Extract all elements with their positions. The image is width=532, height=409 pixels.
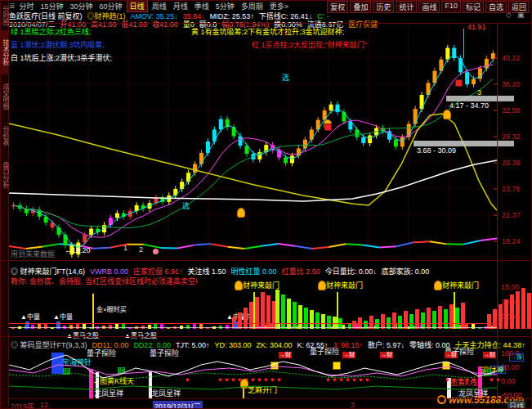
hist-spike <box>255 297 259 329</box>
panel2-header-segment: YD: 303.00 <box>214 341 251 349</box>
period-tab-15分钟[interactable]: 15分钟 <box>38 1 66 11</box>
sidebar-tab-技术分析[interactable]: 技术分析 <box>1 30 9 74</box>
hist-spike <box>238 312 242 329</box>
alert-red-line <box>9 323 497 324</box>
panel2-header-segment: ZK: 304.00 <box>256 341 292 349</box>
hist-spike <box>287 299 291 329</box>
right-price-axis: 40.2236.2032.5829.3226.3923.7521.3719.24 <box>497 24 532 400</box>
price-axis-label: 23.75 <box>502 185 521 193</box>
indicator-panel-kdj[interactable]: ◎ 筹码显塑计FT(9,3,3)DD11: 0.00DD22: 0.00TJT:… <box>9 338 497 398</box>
info-right-icon[interactable]: ◇ <box>506 11 512 19</box>
toolbar-button-历史[interactable]: 历史 <box>373 1 394 13</box>
panel2-header-segment: J: 98.15↑ <box>333 341 364 349</box>
price-axis-label: 21.37 <box>502 211 521 219</box>
period-tab-60分钟[interactable]: 60分钟 <box>97 1 125 11</box>
period-tab-季线[interactable]: 季线 <box>192 1 212 11</box>
panel1-header-segment: 明性红量 0.00 <box>231 267 277 276</box>
toolbar-button-叠加[interactable]: 叠加 <box>350 1 371 13</box>
left-vertical-tabs: 分时图技术分析成交明细分价表盘口分析 <box>1 1 9 409</box>
hist-spike <box>415 309 419 329</box>
period-tab-月线[interactable]: 月线 <box>171 1 190 11</box>
date-label: 2019年 <box>11 401 34 409</box>
hist-bar <box>465 324 468 329</box>
toolbar-button-统计[interactable]: 统计 <box>396 1 417 13</box>
hist-bar <box>193 324 196 329</box>
period-tab-分时[interactable]: 分时 <box>17 1 37 11</box>
sidebar-tab-成交明细[interactable]: 成交明细 <box>1 74 9 119</box>
hist-spike <box>427 308 431 329</box>
panel2-header-segment: 零轴线: 0.00 <box>409 341 450 349</box>
price-axis-label: 26.39 <box>502 159 521 167</box>
hist-spike <box>310 310 314 329</box>
candlestick-svg <box>9 24 497 261</box>
hist-spike <box>404 311 408 329</box>
period-tab-5分钟[interactable]: 5分钟 <box>213 1 237 11</box>
hist-spike <box>461 303 465 329</box>
hist-bar <box>154 324 157 329</box>
hist-spike <box>432 311 436 329</box>
divider-panel1 <box>1 260 532 261</box>
panel1-header-segment: 底部家族: 0.00 <box>382 267 430 276</box>
panel2-header-segment: DD11: 0.00 <box>92 341 129 349</box>
period-tab-30分钟[interactable]: 30分钟 <box>68 1 96 11</box>
toolbar-button-标记[interactable]: 标记 <box>463 1 484 13</box>
hist-spike <box>304 308 308 329</box>
date-label[interactable]: 2019/12/31(二 <box>153 401 203 409</box>
period-tabbar: ≣分时15分钟30分钟60分钟日线周线月线季线5分钟多周期更多> <box>9 1 291 11</box>
divider-top <box>1 23 532 24</box>
panel1-header-segment: ◎ 财神来敲门FT(14,6) <box>11 267 85 276</box>
price-axis-label: 32.58 <box>502 106 521 115</box>
menu-icon[interactable]: ≣ <box>9 2 16 10</box>
white-base-line <box>9 327 497 328</box>
hist-spike <box>298 305 302 329</box>
kdj-svg <box>9 350 497 399</box>
panel2-header-segment: TJT: 5.00↑ <box>176 341 210 349</box>
hist-bar <box>115 324 118 329</box>
panel1-teach-line: 教你: 会抄底、会持股, 当红区线变绿区线时必须逢高卖空! <box>11 276 198 286</box>
hist-bar <box>76 324 79 329</box>
panel2-header: ◎ 筹码显塑计FT(9,3,3)DD11: 0.00DD22: 0.00TJT:… <box>11 339 530 350</box>
price-axis-label: 19.24 <box>502 237 521 245</box>
panel2-header-segment: ◎ 筹码显塑计FT(9,3,3) <box>11 341 87 349</box>
hist-bar <box>348 324 351 329</box>
date-axis-bar: 2019年122019/12/31(二3日线 <box>9 398 532 409</box>
sidebar-tab-分时图[interactable]: 分时图 <box>1 1 9 30</box>
sidebar-tab-分价表[interactable]: 分价表 <box>1 119 9 153</box>
hist-spike <box>444 309 448 329</box>
info-right-icon[interactable]: ▣ <box>517 11 525 19</box>
hist-spike <box>392 312 396 329</box>
panel1-header-segment: 红量比 2.50 <box>282 267 320 276</box>
date-label[interactable]: 日线 <box>507 401 525 409</box>
hist-spike <box>455 308 459 329</box>
panel1-header-segment: 今日量比: 0.00↓ <box>325 267 377 276</box>
panel2-header-segment: 散户: 5.97↓ <box>368 341 405 349</box>
period-tab-更多>[interactable]: 更多> <box>267 1 291 11</box>
trading-terminal: 分时图技术分析成交明细分价表盘口分析 ≣分时15分钟30分钟60分钟日线周线月线… <box>0 0 532 409</box>
toolbar-button-F10[interactable]: F10 <box>441 1 461 13</box>
period-tab-周线[interactable]: 周线 <box>150 1 169 11</box>
panel2-header-segment: DD22: 0.00 <box>133 341 171 349</box>
hist-spike <box>315 312 320 329</box>
hist-spike <box>438 306 442 329</box>
price-axis-label: 36.20 <box>502 80 521 88</box>
panel2-header-segment: K: 62.55↑ <box>297 341 328 349</box>
panel1-header-segment: 庄家控盘 6.91↑ <box>133 267 183 276</box>
hist-spike <box>421 312 425 329</box>
main-chart[interactable] <box>9 24 497 261</box>
panel1-header-segment: VWRB 0.00 <box>90 267 128 276</box>
period-tab-多周期[interactable]: 多周期 <box>239 1 266 11</box>
date-label: 3 <box>351 401 355 409</box>
sidebar-tab-盘口分析[interactable]: 盘口分析 <box>1 153 9 197</box>
hist-spike <box>293 302 297 329</box>
indicator-panel-caishen[interactable]: ◎ 财神来敲门FT(14,6)VWRB 0.00庄家控盘 6.91↑关注线 1.… <box>9 261 497 336</box>
divider-panel2 <box>1 336 532 337</box>
toolbar-button-自选[interactable]: 自选 <box>485 1 507 13</box>
toolbar-buttons: 复权叠加历史统计画线F10标记自选返回 <box>327 1 530 13</box>
price-axis-label: 29.32 <box>502 133 521 141</box>
hist-bar <box>38 324 41 329</box>
date-label: 12 <box>40 401 48 409</box>
hist-spike <box>244 308 248 329</box>
toolbar-button-画线[interactable]: 画线 <box>418 1 440 13</box>
panel1-header-segment: 关注线 1.50 <box>188 267 226 276</box>
price-axis-label: 40.22 <box>502 54 521 62</box>
